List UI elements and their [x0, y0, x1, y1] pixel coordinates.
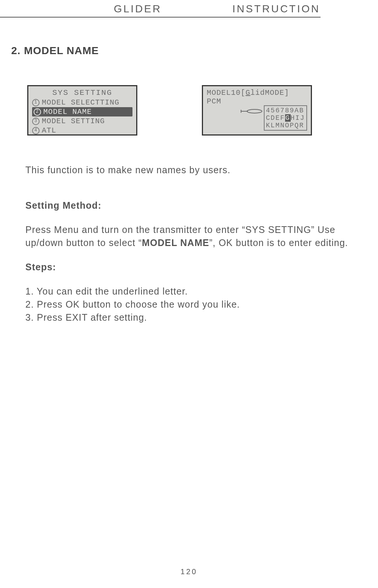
step-3: 3. Press EXIT after setting. [25, 311, 374, 324]
row-num-icon: 3 [32, 118, 40, 125]
grid-row-3: KLMNOPQR [266, 122, 305, 129]
section-title: 2. MODEL NAME [11, 45, 99, 57]
lcd-row-3: 3MODEL SETTING [32, 116, 132, 126]
page-number: 120 [0, 567, 378, 576]
row-num-icon: 1 [32, 99, 40, 106]
underlined-char: G [246, 88, 250, 97]
screenshot-sys-setting: SYS SETTING 1MODEL SELECTTING 2MODEL NAM… [27, 85, 137, 136]
intro-text: This function is to make new names by us… [25, 164, 374, 177]
lcd-row-4: 4ATL [32, 126, 132, 135]
char-grid: 456789AB CDEFGHIJ KLMNOPQR [264, 105, 307, 131]
header-rule [0, 17, 321, 18]
step-1: 1. You can edit the underlined letter. [25, 285, 374, 298]
header-right: INSTRUCTION [232, 3, 320, 15]
lcd-row-2-selected: 2MODEL NAME [32, 107, 132, 116]
grid-row-2: CDEFGHIJ [266, 114, 305, 122]
row-label: MODEL SELECTTING [42, 98, 119, 107]
lcd-model-line: MODEL10[GlidMODE] PCM [207, 88, 307, 106]
screenshot-model-name: MODEL10[GlidMODE] PCM 456789AB CDEFGHIJ … [202, 85, 312, 136]
grid-highlight-char: G [285, 114, 291, 122]
header-left: GLIDER [114, 3, 162, 15]
glider-icon [240, 107, 263, 115]
row-num-icon: 4 [32, 127, 40, 134]
body-text: This function is to make new names by us… [25, 164, 374, 324]
grid-row-1: 456789AB [266, 107, 305, 114]
setting-method-heading: Setting Method: [25, 199, 374, 212]
row-label: MODEL NAME [43, 107, 92, 116]
lcd-title: SYS SETTING [32, 88, 132, 97]
steps-heading: Steps: [25, 261, 374, 274]
lcd-row-1: 1MODEL SELECTTING [32, 98, 132, 107]
row-label: MODEL SETTING [42, 116, 105, 126]
row-label: ATL [42, 126, 56, 135]
row-num-icon: 2 [34, 108, 41, 116]
step-2: 2. Press OK button to choose the word yo… [25, 298, 374, 311]
svg-point-0 [247, 109, 262, 113]
setting-method-paragraph: Press Menu and turn on the transmitter t… [25, 223, 374, 249]
